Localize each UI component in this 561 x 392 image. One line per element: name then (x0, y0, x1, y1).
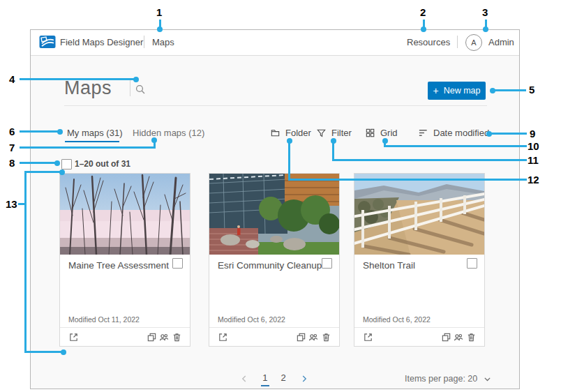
header-divider (144, 36, 144, 48)
callout-dot (421, 27, 426, 32)
callout-line (20, 78, 135, 80)
callout-dot (61, 349, 66, 355)
grid-label: Grid (380, 128, 398, 138)
callout-line (24, 171, 27, 353)
delete-icon[interactable] (465, 331, 477, 343)
callout-line (332, 141, 334, 160)
callout-dot (54, 160, 60, 166)
screenshot-stage: Field Maps Designer Maps Resources A Adm… (0, 0, 561, 392)
app-title: Field Maps Designer (60, 37, 143, 48)
card-modified: Modified Oct 6, 2022 (218, 315, 285, 324)
card-checkbox[interactable] (467, 258, 477, 269)
delete-icon[interactable] (320, 331, 332, 343)
tab-hidden-maps[interactable]: Hidden maps (12) (133, 128, 204, 139)
callout-10: 10 (528, 141, 539, 152)
callout-13: 13 (6, 199, 17, 210)
tab-my-maps-underline (65, 141, 119, 142)
new-map-label: New map (444, 86, 481, 96)
nav-maps[interactable]: Maps (152, 37, 174, 48)
open-map-icon[interactable] (216, 331, 229, 343)
card-checkbox[interactable] (172, 258, 183, 269)
share-group-icon[interactable] (452, 331, 465, 343)
callout-line (24, 351, 62, 353)
map-card-shelton-trail[interactable]: Shelton Trail Modified Oct 6, 2022 (354, 173, 485, 347)
callout-2: 2 (420, 7, 426, 18)
callout-line (20, 146, 156, 149)
share-group-icon[interactable] (158, 331, 170, 343)
items-per-page-label: Items per page: 20 (405, 374, 477, 384)
avatar[interactable]: A (465, 34, 482, 51)
card-footer (354, 328, 484, 346)
callout-line (24, 171, 61, 173)
header-divider-2 (457, 36, 458, 48)
folder-button[interactable]: Folder (270, 128, 311, 138)
duplicate-icon[interactable] (145, 331, 158, 343)
filter-icon (316, 128, 327, 138)
card-thumbnail (60, 174, 190, 255)
grid-button[interactable]: Grid (365, 128, 398, 138)
map-card-esri-cleanup[interactable]: Esri Community Cleanup Modified Oct 6, 2… (209, 173, 340, 347)
search-icon[interactable] (134, 83, 147, 96)
callout-1: 1 (156, 7, 162, 18)
share-group-icon[interactable] (307, 331, 320, 343)
card-thumbnail (209, 174, 339, 255)
callout-dot (59, 169, 65, 175)
page-title: Maps (64, 77, 112, 98)
callout-line (384, 145, 527, 147)
callout-6: 6 (9, 126, 15, 137)
callout-dot (483, 27, 488, 32)
card-title: Maine Tree Assessment (68, 260, 169, 271)
callout-line (288, 179, 527, 181)
chevron-down-icon (483, 375, 492, 384)
callout-line (20, 130, 59, 133)
card-footer (60, 328, 190, 346)
esri-logo-icon (39, 35, 56, 52)
open-map-icon[interactable] (361, 331, 374, 343)
items-per-page-select[interactable]: Items per page: 20 (405, 374, 492, 384)
map-card-maine-tree[interactable]: Maine Tree Assessment Modified Oct 11, 2… (59, 173, 190, 347)
grid-icon (365, 128, 375, 138)
nav-resources[interactable]: Resources (407, 37, 450, 48)
callout-line (494, 89, 526, 91)
callout-line (491, 133, 527, 135)
callout-8: 8 (9, 158, 15, 169)
chevron-right-icon[interactable] (298, 372, 311, 385)
chevron-left-icon[interactable] (238, 372, 250, 385)
card-thumbnail (354, 174, 484, 255)
card-footer (209, 328, 339, 346)
page-2-button[interactable]: 2 (280, 372, 287, 385)
sort-label: Date modified (433, 128, 489, 138)
title-rule (64, 105, 487, 106)
callout-3: 3 (482, 7, 488, 18)
callout-4: 4 (9, 74, 15, 85)
sort-button[interactable]: Date modified (418, 128, 489, 138)
delete-icon[interactable] (170, 331, 183, 343)
callout-dot (133, 77, 139, 82)
callout-9: 9 (530, 128, 535, 140)
sort-icon (418, 128, 428, 138)
new-map-button[interactable]: + New map (428, 82, 486, 100)
callout-dot (57, 129, 63, 135)
select-all-checkbox[interactable] (61, 159, 72, 169)
plus-icon: + (433, 86, 439, 96)
filter-button[interactable]: Filter (316, 128, 352, 138)
tab-my-maps[interactable]: My maps (31) (67, 128, 122, 139)
open-map-icon[interactable] (67, 331, 80, 343)
callout-7: 7 (9, 142, 15, 153)
page-1-button[interactable]: 1 (261, 372, 269, 386)
title-divider (130, 80, 130, 96)
duplicate-icon[interactable] (440, 331, 452, 343)
callout-line (288, 141, 290, 180)
callout-11: 11 (528, 155, 539, 166)
card-checkbox[interactable] (322, 258, 332, 269)
callout-12: 12 (528, 174, 539, 186)
folder-icon (270, 128, 280, 138)
duplicate-icon[interactable] (294, 331, 307, 343)
callout-dot (151, 137, 157, 143)
card-title: Esri Community Cleanup (218, 260, 322, 271)
callout-dot (157, 27, 163, 32)
user-name[interactable]: Admin (488, 37, 514, 48)
filter-label: Filter (331, 128, 352, 138)
card-modified: Modified Oct 11, 2022 (68, 315, 140, 324)
selection-count: 1–20 out of 31 (75, 159, 130, 169)
